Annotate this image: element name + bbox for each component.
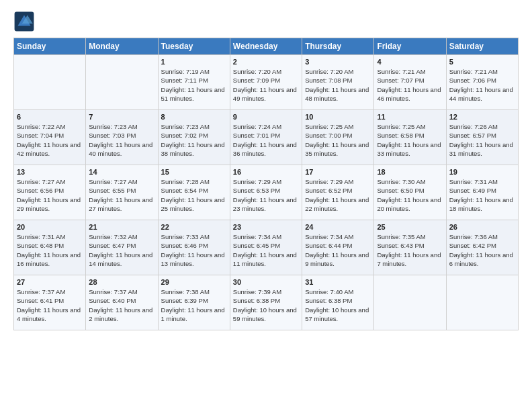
calendar-cell: 3Sunrise: 7:20 AMSunset: 7:08 PMDaylight…	[302, 55, 374, 110]
calendar-cell: 20Sunrise: 7:31 AMSunset: 6:48 PMDayligh…	[14, 220, 86, 275]
header-day-tuesday: Tuesday	[158, 38, 230, 55]
header-row-days: SundayMondayTuesdayWednesdayThursdayFrid…	[14, 38, 519, 55]
day-number: 25	[377, 223, 443, 231]
day-detail: Sunrise: 7:39 AMSunset: 6:38 PMDaylight:…	[233, 287, 299, 323]
day-detail: Sunrise: 7:28 AMSunset: 6:54 PMDaylight:…	[161, 177, 227, 213]
calendar-cell: 22Sunrise: 7:33 AMSunset: 6:46 PMDayligh…	[158, 220, 230, 275]
day-number: 22	[161, 223, 227, 231]
day-detail: Sunrise: 7:30 AMSunset: 6:50 PMDaylight:…	[377, 177, 443, 213]
calendar-cell: 6Sunrise: 7:22 AMSunset: 7:04 PMDaylight…	[14, 110, 86, 165]
day-detail: Sunrise: 7:21 AMSunset: 7:06 PMDaylight:…	[449, 67, 515, 103]
logo	[13, 11, 38, 32]
day-detail: Sunrise: 7:22 AMSunset: 7:04 PMDaylight:…	[17, 122, 83, 158]
day-number: 2	[233, 58, 299, 66]
day-number: 23	[233, 223, 299, 231]
day-number: 14	[89, 168, 154, 176]
week-row-3: 13Sunrise: 7:27 AMSunset: 6:56 PMDayligh…	[14, 165, 519, 220]
header-day-saturday: Saturday	[446, 38, 518, 55]
page-container: SundayMondayTuesdayWednesdayThursdayFrid…	[0, 0, 532, 337]
calendar-cell: 10Sunrise: 7:25 AMSunset: 7:00 PMDayligh…	[302, 110, 374, 165]
day-number: 17	[305, 168, 371, 176]
day-number: 15	[161, 168, 227, 176]
calendar-cell: 11Sunrise: 7:25 AMSunset: 6:58 PMDayligh…	[374, 110, 446, 165]
day-detail: Sunrise: 7:34 AMSunset: 6:44 PMDaylight:…	[305, 232, 371, 268]
calendar-cell: 23Sunrise: 7:34 AMSunset: 6:45 PMDayligh…	[230, 220, 302, 275]
day-detail: Sunrise: 7:29 AMSunset: 6:52 PMDaylight:…	[305, 177, 371, 213]
calendar-cell: 12Sunrise: 7:26 AMSunset: 6:57 PMDayligh…	[446, 110, 518, 165]
day-number: 4	[377, 58, 443, 66]
header-row	[13, 11, 519, 32]
day-detail: Sunrise: 7:35 AMSunset: 6:43 PMDaylight:…	[377, 232, 443, 268]
day-detail: Sunrise: 7:33 AMSunset: 6:46 PMDaylight:…	[161, 232, 227, 268]
header-day-friday: Friday	[374, 38, 446, 55]
calendar-cell: 7Sunrise: 7:23 AMSunset: 7:03 PMDaylight…	[86, 110, 158, 165]
calendar-cell: 29Sunrise: 7:38 AMSunset: 6:39 PMDayligh…	[158, 275, 230, 330]
day-number: 10	[305, 113, 371, 121]
day-detail: Sunrise: 7:21 AMSunset: 7:07 PMDaylight:…	[377, 67, 443, 103]
day-number: 11	[377, 113, 443, 121]
calendar-cell: 16Sunrise: 7:29 AMSunset: 6:53 PMDayligh…	[230, 165, 302, 220]
day-number: 6	[17, 113, 83, 121]
day-detail: Sunrise: 7:27 AMSunset: 6:55 PMDaylight:…	[89, 177, 154, 213]
day-detail: Sunrise: 7:37 AMSunset: 6:41 PMDaylight:…	[17, 287, 83, 323]
day-detail: Sunrise: 7:31 AMSunset: 6:49 PMDaylight:…	[449, 177, 515, 213]
day-number: 18	[377, 168, 443, 176]
day-number: 16	[233, 168, 299, 176]
day-detail: Sunrise: 7:37 AMSunset: 6:40 PMDaylight:…	[89, 287, 154, 323]
calendar-cell	[374, 275, 446, 330]
day-detail: Sunrise: 7:20 AMSunset: 7:08 PMDaylight:…	[305, 67, 371, 103]
day-detail: Sunrise: 7:40 AMSunset: 6:38 PMDaylight:…	[305, 287, 371, 323]
week-row-2: 6Sunrise: 7:22 AMSunset: 7:04 PMDaylight…	[14, 110, 519, 165]
day-detail: Sunrise: 7:23 AMSunset: 7:03 PMDaylight:…	[89, 122, 154, 158]
day-number: 1	[161, 58, 227, 66]
day-number: 21	[89, 223, 154, 231]
day-detail: Sunrise: 7:23 AMSunset: 7:02 PMDaylight:…	[161, 122, 227, 158]
calendar-cell: 25Sunrise: 7:35 AMSunset: 6:43 PMDayligh…	[374, 220, 446, 275]
calendar-cell: 31Sunrise: 7:40 AMSunset: 6:38 PMDayligh…	[302, 275, 374, 330]
day-detail: Sunrise: 7:36 AMSunset: 6:42 PMDaylight:…	[449, 232, 515, 268]
day-detail: Sunrise: 7:19 AMSunset: 7:11 PMDaylight:…	[161, 67, 227, 103]
day-number: 28	[89, 278, 154, 286]
calendar-cell: 27Sunrise: 7:37 AMSunset: 6:41 PMDayligh…	[14, 275, 86, 330]
calendar-cell	[446, 275, 518, 330]
day-number: 9	[233, 113, 299, 121]
calendar-cell: 1Sunrise: 7:19 AMSunset: 7:11 PMDaylight…	[158, 55, 230, 110]
week-row-5: 27Sunrise: 7:37 AMSunset: 6:41 PMDayligh…	[14, 275, 519, 330]
calendar-cell: 4Sunrise: 7:21 AMSunset: 7:07 PMDaylight…	[374, 55, 446, 110]
day-detail: Sunrise: 7:25 AMSunset: 7:00 PMDaylight:…	[305, 122, 371, 158]
calendar-cell: 9Sunrise: 7:24 AMSunset: 7:01 PMDaylight…	[230, 110, 302, 165]
day-detail: Sunrise: 7:31 AMSunset: 6:48 PMDaylight:…	[17, 232, 83, 268]
day-detail: Sunrise: 7:29 AMSunset: 6:53 PMDaylight:…	[233, 177, 299, 213]
day-detail: Sunrise: 7:34 AMSunset: 6:45 PMDaylight:…	[233, 232, 299, 268]
calendar-cell: 28Sunrise: 7:37 AMSunset: 6:40 PMDayligh…	[86, 275, 158, 330]
calendar-cell: 26Sunrise: 7:36 AMSunset: 6:42 PMDayligh…	[446, 220, 518, 275]
day-detail: Sunrise: 7:38 AMSunset: 6:39 PMDaylight:…	[161, 287, 227, 323]
day-number: 24	[305, 223, 371, 231]
day-number: 19	[449, 168, 515, 176]
day-number: 26	[449, 223, 515, 231]
day-detail: Sunrise: 7:20 AMSunset: 7:09 PMDaylight:…	[233, 67, 299, 103]
day-number: 7	[89, 113, 154, 121]
week-row-4: 20Sunrise: 7:31 AMSunset: 6:48 PMDayligh…	[14, 220, 519, 275]
calendar-cell: 8Sunrise: 7:23 AMSunset: 7:02 PMDaylight…	[158, 110, 230, 165]
header-day-sunday: Sunday	[14, 38, 86, 55]
calendar-cell: 5Sunrise: 7:21 AMSunset: 7:06 PMDaylight…	[446, 55, 518, 110]
calendar-cell	[14, 55, 86, 110]
day-detail: Sunrise: 7:27 AMSunset: 6:56 PMDaylight:…	[17, 177, 83, 213]
calendar-cell: 17Sunrise: 7:29 AMSunset: 6:52 PMDayligh…	[302, 165, 374, 220]
header-day-monday: Monday	[86, 38, 158, 55]
day-number: 29	[161, 278, 227, 286]
header-day-wednesday: Wednesday	[230, 38, 302, 55]
day-detail: Sunrise: 7:25 AMSunset: 6:58 PMDaylight:…	[377, 122, 443, 158]
week-row-1: 1Sunrise: 7:19 AMSunset: 7:11 PMDaylight…	[14, 55, 519, 110]
day-number: 20	[17, 223, 83, 231]
day-number: 27	[17, 278, 83, 286]
day-number: 30	[233, 278, 299, 286]
calendar-cell: 30Sunrise: 7:39 AMSunset: 6:38 PMDayligh…	[230, 275, 302, 330]
calendar-cell: 13Sunrise: 7:27 AMSunset: 6:56 PMDayligh…	[14, 165, 86, 220]
day-number: 5	[449, 58, 515, 66]
day-number: 12	[449, 113, 515, 121]
day-number: 3	[305, 58, 371, 66]
calendar-table: SundayMondayTuesdayWednesdayThursdayFrid…	[13, 38, 519, 330]
calendar-cell: 2Sunrise: 7:20 AMSunset: 7:09 PMDaylight…	[230, 55, 302, 110]
